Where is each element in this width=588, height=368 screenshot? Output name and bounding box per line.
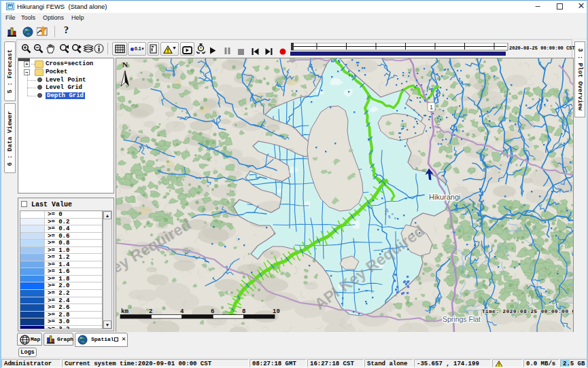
svg-text:10: 10 [273,308,280,315]
svg-text:N: N [122,60,128,69]
svg-text:Hikurangi: Hikurangi [429,193,460,201]
svg-text:1: 1 [430,104,433,111]
svg-text:Time: 2020-08-25 00:00:00 CST: Time: 2020-08-25 00:00:00 CST [482,309,574,314]
svg-text:8: 8 [242,308,245,315]
svg-text:km: km [121,308,128,315]
svg-text:2: 2 [149,308,152,315]
svg-text:4: 4 [180,308,184,315]
svg-text:Springs Flat: Springs Flat [443,315,481,323]
svg-text:6: 6 [211,308,214,315]
